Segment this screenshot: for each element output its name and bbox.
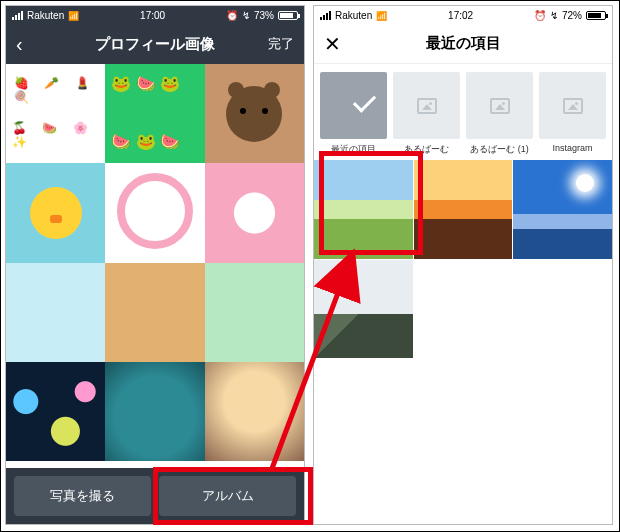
preset-image-grid bbox=[6, 64, 304, 461]
close-icon: ✕ bbox=[324, 33, 341, 55]
image-placeholder-icon bbox=[490, 98, 510, 114]
album-label: 最近の項目 bbox=[320, 143, 387, 156]
preset-thumb[interactable] bbox=[205, 163, 304, 262]
photo-thumb[interactable] bbox=[314, 160, 413, 259]
alarm-icon: ⏰ bbox=[534, 10, 546, 21]
preset-thumb[interactable] bbox=[105, 362, 204, 461]
image-placeholder-icon bbox=[417, 98, 437, 114]
photo-thumb[interactable] bbox=[513, 160, 612, 259]
chevron-left-icon: ‹ bbox=[16, 33, 23, 55]
nav-bar: ‹ プロフィール画像 完了 bbox=[6, 24, 304, 64]
album-label: あるばーむ (1) bbox=[466, 143, 533, 156]
album-tab[interactable]: あるばーむ (1) bbox=[466, 72, 533, 156]
battery-percent: 72% bbox=[562, 10, 582, 21]
battery-percent: 73% bbox=[254, 10, 274, 21]
done-button[interactable]: 完了 bbox=[258, 35, 294, 53]
signal-icon bbox=[320, 11, 331, 20]
album-picker[interactable]: 最近の項目 あるばーむ あるばーむ (1) Instagram bbox=[314, 64, 612, 160]
preset-thumb[interactable] bbox=[205, 362, 304, 461]
wifi-icon bbox=[376, 10, 387, 21]
bottom-action-bar: 写真を撮る アルバム bbox=[6, 468, 304, 524]
preset-thumb[interactable] bbox=[6, 362, 105, 461]
album-tab[interactable]: Instagram bbox=[539, 72, 606, 156]
photo-thumb[interactable] bbox=[314, 260, 413, 359]
album-label: Instagram bbox=[539, 143, 606, 153]
preset-thumb[interactable] bbox=[6, 64, 105, 163]
page-title: プロフィール画像 bbox=[52, 35, 258, 54]
battery-icon bbox=[586, 11, 606, 20]
status-bar: Rakuten 17:00 ⏰ ↯ 73% bbox=[6, 6, 304, 24]
album-button[interactable]: アルバム bbox=[159, 476, 296, 516]
phone-right-recent-items: Rakuten 17:02 ⏰ ↯ 72% ✕ 最近の項目 最近の項目 bbox=[313, 5, 613, 525]
preset-thumb[interactable] bbox=[205, 263, 304, 362]
album-label: あるばーむ bbox=[393, 143, 460, 156]
carrier-label: Rakuten bbox=[335, 10, 372, 21]
preset-thumb[interactable] bbox=[105, 64, 204, 163]
take-photo-button[interactable]: 写真を撮る bbox=[14, 476, 151, 516]
alarm-icon: ⏰ bbox=[226, 10, 238, 21]
clock: 17:00 bbox=[140, 10, 165, 21]
carrier-label: Rakuten bbox=[27, 10, 64, 21]
signal-icon bbox=[12, 11, 23, 20]
preset-thumb[interactable] bbox=[105, 163, 204, 262]
wifi-icon bbox=[68, 10, 79, 21]
clock: 17:02 bbox=[448, 10, 473, 21]
photo-thumb[interactable] bbox=[414, 160, 513, 259]
charging-icon: ↯ bbox=[550, 10, 558, 21]
status-bar: Rakuten 17:02 ⏰ ↯ 72% bbox=[314, 6, 612, 24]
battery-icon bbox=[278, 11, 298, 20]
page-title: 最近の項目 bbox=[360, 34, 566, 53]
phone-left-profile-image: Rakuten 17:00 ⏰ ↯ 73% ‹ プロフィール画像 完了 bbox=[5, 5, 305, 525]
close-button[interactable]: ✕ bbox=[324, 34, 360, 54]
nav-bar: ✕ 最近の項目 bbox=[314, 24, 612, 64]
preset-thumb[interactable] bbox=[205, 64, 304, 163]
preset-thumb[interactable] bbox=[6, 263, 105, 362]
preset-thumb[interactable] bbox=[6, 163, 105, 262]
preset-thumb[interactable] bbox=[105, 263, 204, 362]
charging-icon: ↯ bbox=[242, 10, 250, 21]
album-tab[interactable]: あるばーむ bbox=[393, 72, 460, 156]
back-button[interactable]: ‹ bbox=[16, 34, 52, 54]
photo-grid bbox=[314, 160, 612, 358]
image-placeholder-icon bbox=[563, 98, 583, 114]
album-tab-recent[interactable]: 最近の項目 bbox=[320, 72, 387, 156]
